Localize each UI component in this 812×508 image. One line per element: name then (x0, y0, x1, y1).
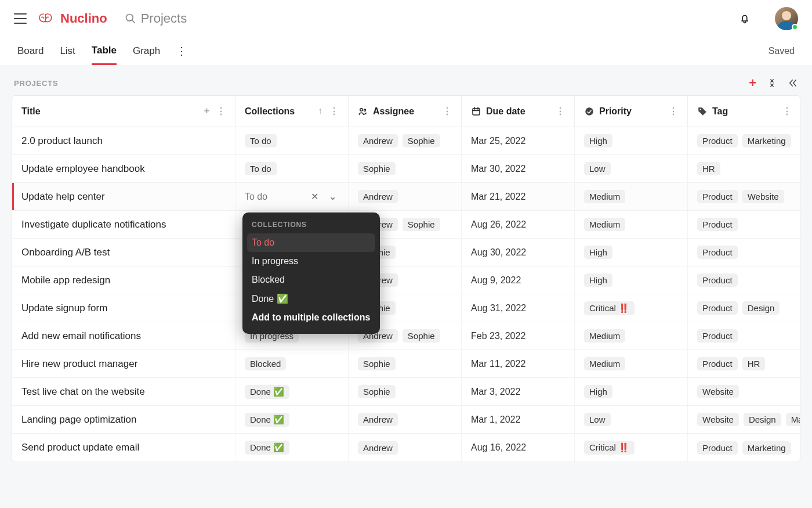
cell-tags[interactable]: Product (688, 266, 800, 294)
cell-tags[interactable]: ProductHR (688, 350, 800, 377)
tag-pill[interactable]: HR (697, 162, 720, 175)
user-avatar[interactable] (775, 7, 798, 30)
cell-title[interactable]: Hire new product manager (12, 350, 235, 377)
priority-pill[interactable]: High (584, 385, 612, 398)
cell-tags[interactable]: ProductMarketing (688, 127, 800, 154)
cell-tags[interactable]: Product (688, 211, 800, 238)
table-row[interactable]: Mobile app redesignAndrewAug 9, 2022High… (12, 266, 800, 294)
cell-title[interactable]: Update employee handbook (12, 155, 235, 182)
add-to-multiple-collections[interactable]: Add to multiple collections (242, 308, 380, 327)
sort-asc-icon[interactable]: ↑ (318, 106, 322, 117)
cell-collection[interactable]: Done ✅ (235, 434, 349, 462)
col-due[interactable]: Due date ⋮ (462, 96, 575, 127)
tag-pill[interactable]: Website (697, 385, 739, 398)
tag-pill[interactable]: Product (697, 441, 738, 455)
cell-due-date[interactable]: Aug 16, 2022 (462, 434, 575, 462)
cell-assignee[interactable]: Sophie (349, 378, 462, 405)
column-menu-icon[interactable]: ⋮ (216, 106, 226, 117)
cell-title[interactable]: Onboarding A/B test (12, 239, 235, 266)
collection-option[interactable]: Done ✅ (242, 289, 380, 308)
collapse-icon[interactable] (767, 78, 777, 88)
tab-list[interactable]: List (60, 45, 75, 64)
tag-pill[interactable]: Product (697, 190, 738, 203)
collection-option[interactable]: In progress (242, 252, 380, 271)
cell-due-date[interactable]: Mar 21, 2022 (462, 183, 575, 210)
cell-tags[interactable]: ProductDesign (688, 294, 800, 322)
cell-due-date[interactable]: Aug 26, 2022 (462, 211, 575, 238)
cell-title[interactable]: Investigate duplicate notifications (12, 211, 235, 238)
table-row[interactable]: Update help centerTo do✕⌄AndrewMar 21, 2… (12, 183, 800, 211)
priority-pill[interactable]: Medium (584, 357, 625, 370)
cell-due-date[interactable]: Mar 11, 2022 (462, 350, 575, 377)
cell-title[interactable]: Update help center (12, 183, 235, 210)
table-row[interactable]: Update signup formSophieAug 31, 2022Crit… (12, 294, 800, 322)
collection-pill[interactable]: Done ✅ (245, 441, 289, 455)
cell-due-date[interactable]: Mar 1, 2022 (462, 406, 575, 433)
cell-priority[interactable]: Critical ‼️ (575, 294, 688, 322)
assignee-pill[interactable]: Sophie (358, 162, 396, 175)
cell-title[interactable]: Send product update email (12, 434, 235, 462)
tag-pill[interactable]: Product (697, 134, 738, 147)
col-collections[interactable]: Collections ↑ ⋮ (235, 96, 349, 127)
table-row[interactable]: Add new email notificationsIn progressAn… (12, 322, 800, 350)
search-field[interactable]: Projects (125, 11, 187, 26)
assignee-pill[interactable]: Sophie (403, 329, 440, 343)
cell-assignee[interactable]: Andrew (349, 406, 462, 433)
col-title[interactable]: Title + ⋮ (12, 96, 235, 127)
column-menu-icon[interactable]: ⋮ (556, 106, 565, 117)
cell-priority[interactable]: High (575, 127, 688, 154)
assignee-pill[interactable]: Sophie (358, 357, 396, 370)
tag-pill[interactable]: Product (697, 273, 738, 287)
cell-priority[interactable]: High (575, 239, 688, 266)
priority-pill[interactable]: High (584, 246, 612, 259)
cell-title[interactable]: Test live chat on the website (12, 378, 235, 405)
cell-due-date[interactable]: Aug 31, 2022 (462, 294, 575, 322)
cell-priority[interactable]: High (575, 378, 688, 405)
assignee-pill[interactable]: Andrew (358, 441, 398, 455)
column-menu-icon[interactable]: ⋮ (782, 106, 792, 117)
table-row[interactable]: Investigate duplicate notificationsAndre… (12, 211, 800, 239)
tag-pill[interactable]: Product (697, 357, 738, 370)
cell-tags[interactable]: ProductMarketing (688, 434, 800, 462)
cell-due-date[interactable]: Mar 25, 2022 (462, 127, 575, 154)
cell-collection[interactable]: To do✕⌄ (235, 183, 349, 210)
cell-tags[interactable]: HR (688, 155, 800, 182)
add-item-button[interactable]: + (749, 75, 756, 91)
cell-due-date[interactable]: Aug 9, 2022 (462, 266, 575, 294)
cell-tags[interactable]: Website (688, 378, 800, 405)
priority-pill[interactable]: Medium (584, 190, 625, 203)
cell-priority[interactable]: Medium (575, 211, 688, 238)
cell-due-date[interactable]: Feb 23, 2022 (462, 322, 575, 350)
table-row[interactable]: Landing page optimizationDone ✅AndrewMar… (12, 406, 800, 434)
cell-due-date[interactable]: Mar 3, 2022 (462, 378, 575, 405)
cell-tags[interactable]: Product (688, 322, 800, 350)
table-row[interactable]: Send product update emailDone ✅AndrewAug… (12, 434, 800, 462)
priority-pill[interactable]: High (584, 134, 612, 147)
cell-assignee[interactable]: AndrewSophie (349, 127, 462, 154)
cell-priority[interactable]: Medium (575, 183, 688, 210)
cell-title[interactable]: Landing page optimization (12, 406, 235, 433)
assignee-pill[interactable]: Sophie (403, 218, 440, 231)
cell-assignee[interactable]: Sophie (349, 155, 462, 182)
tag-pill[interactable]: Website (697, 413, 739, 426)
cell-title[interactable]: 2.0 product launch (12, 127, 235, 154)
menu-button[interactable] (14, 13, 27, 24)
collection-pill[interactable]: Done ✅ (245, 385, 289, 399)
priority-pill[interactable]: Medium (584, 218, 625, 231)
column-menu-icon[interactable]: ⋮ (329, 106, 339, 117)
assignee-pill[interactable]: Sophie (358, 385, 396, 398)
cell-title[interactable]: Add new email notifications (12, 322, 235, 350)
col-tag[interactable]: Tag ⋮ (688, 96, 800, 127)
assignee-pill[interactable]: Andrew (358, 134, 398, 147)
cell-tags[interactable]: ProductWebsite (688, 183, 800, 210)
collection-option[interactable]: Blocked (242, 271, 380, 289)
assignee-pill[interactable]: Andrew (358, 413, 398, 426)
cell-due-date[interactable]: Aug 30, 2022 (462, 239, 575, 266)
priority-pill[interactable]: High (584, 273, 612, 287)
cell-assignee[interactable]: Sophie (349, 350, 462, 377)
cell-tags[interactable]: Product (688, 239, 800, 266)
cell-priority[interactable]: Medium (575, 322, 688, 350)
cell-tags[interactable]: WebsiteDesignMarketing (688, 406, 800, 433)
chevron-down-icon[interactable]: ⌄ (329, 191, 336, 202)
tag-pill[interactable]: Product (697, 246, 738, 259)
